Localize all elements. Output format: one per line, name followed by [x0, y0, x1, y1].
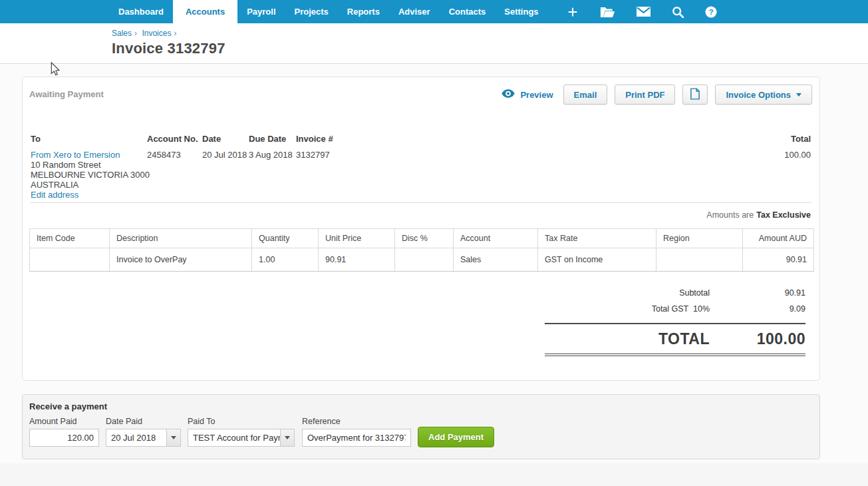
- amounts-note-prefix: Amounts are: [706, 210, 754, 220]
- breadcrumb-sales[interactable]: Sales: [112, 29, 132, 38]
- breadcrumb-separator: ›: [134, 29, 137, 38]
- tax-mode: Tax Exclusive: [756, 210, 811, 220]
- cell-item-code: [30, 248, 110, 272]
- account-no-label: Account No.: [147, 134, 198, 144]
- col-header-tax-rate: Tax Rate: [538, 229, 656, 248]
- breadcrumb-separator: ›: [174, 29, 176, 38]
- chevron-down-icon: [796, 93, 801, 97]
- nav-item-contacts[interactable]: Contacts: [440, 0, 496, 23]
- cell-disc: [395, 248, 454, 272]
- dropdown-arrow-icon[interactable]: [280, 429, 294, 446]
- date-paid-label: Date Paid: [106, 417, 142, 426]
- reference-input[interactable]: [302, 429, 411, 447]
- grand-total-value: 100.00: [710, 330, 805, 348]
- add-payment-button[interactable]: Add Payment: [418, 427, 494, 447]
- nav-icons: ?: [556, 0, 728, 23]
- grand-total-label: TOTAL: [545, 330, 710, 348]
- date-paid-select[interactable]: 20 Jul 2018: [106, 429, 181, 447]
- col-header-unit-price: Unit Price: [319, 229, 395, 248]
- col-header-quantity: Quantity: [252, 229, 319, 248]
- nav-item-accounts[interactable]: Accounts: [173, 0, 237, 23]
- account-no-value: 2458473: [147, 150, 198, 160]
- invoice-options-button[interactable]: Invoice Options: [715, 85, 812, 105]
- svg-text:?: ?: [708, 7, 713, 16]
- receive-payment-panel: Receive a payment Amount Paid Date Paid …: [22, 394, 820, 459]
- nav-item-payroll[interactable]: Payroll: [237, 0, 285, 23]
- col-header-amount: Amount AUD: [743, 229, 814, 248]
- double-rule: [545, 354, 805, 356]
- cell-account: Sales: [454, 248, 538, 272]
- paid-to-label: Paid To: [188, 417, 215, 426]
- address-line: MELBOURNE VICTORIA 3000: [31, 170, 150, 180]
- meta-account-no: Account No. 2458473: [147, 134, 198, 160]
- plus-icon[interactable]: [556, 0, 589, 23]
- reference-field-wrap: [302, 429, 411, 447]
- meta-total: Total 100.00: [784, 134, 811, 160]
- gst-row: Total GST 10% 9.09: [545, 301, 805, 317]
- print-pdf-button[interactable]: Print PDF: [615, 85, 675, 105]
- search-icon[interactable]: [661, 0, 694, 23]
- receive-payment-title: Receive a payment: [29, 401, 107, 411]
- subtotal-row: Subtotal 90.91: [545, 285, 805, 301]
- date-value: 20 Jul 2018: [202, 150, 247, 160]
- invoice-no-value: 3132797: [296, 150, 333, 160]
- status-badge: Awaiting Payment: [29, 89, 104, 99]
- col-header-item-code: Item Code: [30, 229, 110, 248]
- total-label: Total: [784, 134, 811, 144]
- amount-paid-field-wrap: [29, 429, 99, 447]
- col-header-account: Account: [454, 229, 538, 248]
- nav-item-projects[interactable]: Projects: [285, 0, 338, 23]
- cell-tax-rate: GST on Income: [538, 248, 656, 272]
- due-date-label: Due Date: [249, 134, 293, 144]
- col-header-disc: Disc %: [395, 229, 454, 248]
- total-value: 100.00: [784, 150, 811, 160]
- subtotal-label: Subtotal: [545, 288, 710, 298]
- nav-item-reports[interactable]: Reports: [338, 0, 389, 23]
- grand-total-row: TOTAL 100.00: [545, 324, 805, 354]
- page-header: Sales› Invoices› Invoice 3132797: [0, 23, 868, 64]
- help-icon[interactable]: ?: [694, 0, 728, 23]
- paid-to-select[interactable]: TEST Account for Payme: [188, 429, 295, 447]
- nav-items: Dashboard Accounts Payroll Projects Repo…: [109, 0, 548, 23]
- table-header-row: Item Code Description Quantity Unit Pric…: [30, 229, 814, 248]
- edit-address-link[interactable]: Edit address: [31, 190, 78, 200]
- folder-icon[interactable]: [589, 0, 626, 23]
- copy-document-button[interactable]: [682, 85, 708, 105]
- meta-invoice-no: Invoice # 3132797: [296, 134, 333, 160]
- due-date-value: 3 Aug 2018: [249, 150, 293, 160]
- preview-label: Preview: [520, 90, 553, 100]
- dropdown-arrow-icon[interactable]: [166, 429, 180, 446]
- date-paid-value: 20 Jul 2018: [106, 429, 166, 446]
- paid-to-value: TEST Account for Payme: [188, 429, 280, 446]
- footer-strip: [0, 463, 868, 486]
- to-address: From Xero to Emersion 10 Random Street M…: [31, 150, 150, 200]
- eye-icon: [502, 89, 515, 100]
- invoice-options-label: Invoice Options: [726, 90, 791, 100]
- top-nav: Dashboard Accounts Payroll Projects Repo…: [0, 0, 868, 23]
- col-header-description: Description: [110, 229, 252, 248]
- invoice-no-label: Invoice #: [296, 134, 333, 144]
- contact-link[interactable]: From Xero to Emersion: [31, 150, 120, 160]
- email-button[interactable]: Email: [563, 85, 608, 105]
- breadcrumb-invoices[interactable]: Invoices: [142, 29, 171, 38]
- gst-value: 9.09: [710, 304, 805, 314]
- line-items-table: Item Code Description Quantity Unit Pric…: [29, 228, 814, 272]
- cell-quantity: 1.00: [252, 248, 319, 272]
- gst-label: Total GST 10%: [545, 304, 710, 314]
- meta-to: To From Xero to Emersion 10 Random Stree…: [31, 134, 150, 200]
- preview-button[interactable]: Preview: [502, 89, 553, 100]
- breadcrumb: Sales› Invoices›: [112, 29, 868, 38]
- meta-date: Date 20 Jul 2018: [202, 134, 247, 160]
- amount-paid-input[interactable]: [29, 429, 99, 447]
- cell-unit-price: 90.91: [319, 248, 395, 272]
- date-label: Date: [202, 134, 247, 144]
- nav-item-settings[interactable]: Settings: [495, 0, 547, 23]
- nav-item-adviser[interactable]: Adviser: [389, 0, 440, 23]
- invoice-actions: Preview Email Print PDF Invoice Options: [502, 85, 812, 105]
- nav-item-dashboard[interactable]: Dashboard: [109, 0, 173, 23]
- address-line: AUSTRALIA: [31, 180, 150, 190]
- meta-due-date: Due Date 3 Aug 2018: [249, 134, 293, 160]
- mail-icon[interactable]: [626, 0, 661, 23]
- document-copy-icon: [690, 88, 700, 102]
- col-header-region: Region: [656, 229, 743, 248]
